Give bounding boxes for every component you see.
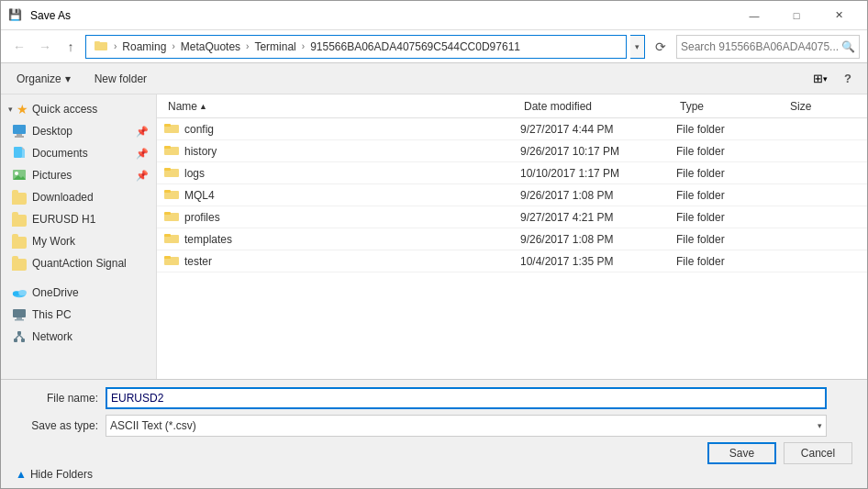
sort-arrow: ▲ [199,102,207,111]
filetype-arrow: ▾ [818,421,822,430]
organize-button[interactable]: Organize ▾ [8,67,79,91]
hide-folders-button[interactable]: ▲ Hide Folders [16,468,93,481]
up-button[interactable]: ↑ [60,36,82,58]
save-button[interactable]: Save [707,442,776,464]
maximize-button[interactable]: □ [775,1,818,30]
filename-input[interactable] [106,387,827,409]
sidebar-label-mywork: My Work [32,235,75,248]
view-icon: ⊞ [813,72,823,85]
title-bar-left: 💾 Save As [8,8,71,23]
file-name-cell: logs [164,165,520,181]
onedrive-icon [12,285,27,300]
col-name-label: Name [168,100,197,113]
path-hash[interactable]: 915566BA06ADA407569C544CC0D97611 [306,39,524,55]
svg-rect-7 [22,150,25,158]
organize-label: Organize [17,72,61,85]
bottom-area: File name: Save as type: ASCII Text (*.c… [1,379,867,488]
file-date-cell: 10/4/2017 1:35 PM [520,255,676,268]
sidebar: ▾ ★ Quick access Desktop 📌 Documents 📌 [1,94,157,379]
svg-rect-17 [14,339,17,342]
table-row[interactable]: logs 10/10/2017 1:17 PM File folder [157,162,867,184]
svg-rect-23 [164,124,171,127]
table-row[interactable]: tester 10/4/2017 1:35 PM File folder [157,250,867,272]
col-name-header[interactable]: Name ▲ [164,98,520,115]
svg-rect-29 [164,190,171,193]
refresh-button[interactable]: ⟳ [649,35,673,59]
view-arrow: ▾ [823,74,828,83]
forward-button[interactable]: → [34,36,56,58]
svg-rect-14 [13,309,26,317]
search-input[interactable] [681,40,838,53]
search-icon: 🔍 [841,40,855,53]
search-box[interactable]: 🔍 [676,35,860,59]
sidebar-item-eurusd[interactable]: EURUSD H1 [1,208,156,230]
svg-rect-35 [164,256,171,259]
network-icon [12,329,27,344]
table-row[interactable]: history 9/26/2017 10:17 PM File folder [157,140,867,162]
quick-access-header[interactable]: ▾ ★ Quick access [1,98,156,120]
file-type-cell: File folder [676,233,786,246]
table-row[interactable]: MQL4 9/26/2017 1:08 PM File folder [157,184,867,206]
eurusd-icon [12,212,27,227]
sidebar-label-downloaded: Downloaded [32,191,94,204]
sidebar-item-network[interactable]: Network [1,326,156,348]
dialog-title: Save As [30,9,71,22]
file-name-cell: MQL4 [164,187,520,203]
col-type-header[interactable]: Type [676,98,786,115]
save-as-dialog: 💾 Save As — □ ✕ ← → ↑ › Roaming › MetaQu… [0,0,868,489]
cancel-button[interactable]: Cancel [784,442,852,464]
cancel-label: Cancel [801,447,835,460]
file-type-cell: File folder [676,255,786,268]
quick-access-label: Quick access [32,103,97,116]
address-path[interactable]: › Roaming › MetaQuotes › Terminal › 9155… [85,35,627,59]
new-folder-label: New folder [95,72,147,85]
save-label: Save [729,447,754,460]
sidebar-item-mywork[interactable]: My Work [1,230,156,252]
new-folder-button[interactable]: New folder [86,67,155,91]
back-button[interactable]: ← [8,36,30,58]
sidebar-item-documents[interactable]: Documents 📌 [1,142,156,164]
sidebar-label-network: Network [32,330,72,343]
sidebar-item-thispc[interactable]: This PC [1,304,156,326]
folder-icon [164,121,179,137]
pictures-icon [12,168,27,183]
file-name: history [184,145,217,158]
sidebar-item-pictures[interactable]: Pictures 📌 [1,164,156,186]
thispc-icon [12,307,27,322]
table-row[interactable]: templates 9/26/2017 1:08 PM File folder [157,228,867,250]
file-name: tester [184,255,212,268]
file-date-cell: 9/26/2017 1:08 PM [520,189,676,202]
sidebar-item-quantaction[interactable]: QuantAction Signal [1,252,156,274]
svg-rect-15 [17,317,22,319]
view-button[interactable]: ⊞ ▾ [808,67,832,91]
downloaded-icon [12,190,27,205]
table-row[interactable]: config 9/27/2017 4:44 PM File folder [157,118,867,140]
svg-rect-18 [17,331,21,335]
svg-line-20 [16,335,19,339]
path-roaming[interactable]: Roaming [118,39,170,55]
path-terminal[interactable]: Terminal [250,39,299,55]
file-type-cell: File folder [676,167,786,180]
path-arrow-4: › [302,41,305,51]
sidebar-item-downloaded[interactable]: Downloaded [1,186,156,208]
close-button[interactable]: ✕ [818,1,860,30]
help-icon: ? [844,72,851,85]
col-size-header[interactable]: Size [786,98,860,115]
file-date-cell: 9/26/2017 1:08 PM [520,233,676,246]
svg-point-12 [13,291,19,295]
filetype-select[interactable]: ASCII Text (*.csv) ▾ [106,415,827,437]
sidebar-item-desktop[interactable]: Desktop 📌 [1,120,156,142]
help-button[interactable]: ? [836,67,860,91]
file-list: Name ▲ Date modified Type Size config [157,94,867,379]
svg-line-21 [19,335,23,339]
quantaction-icon [12,256,27,271]
col-date-header[interactable]: Date modified [520,98,676,115]
col-type-label: Type [680,100,704,113]
address-dropdown[interactable]: ▾ [630,35,645,59]
path-metaquotes[interactable]: MetaQuotes [177,39,244,55]
svg-rect-16 [15,319,24,321]
minimize-button[interactable]: — [733,1,775,30]
folder-icon [164,187,179,203]
table-row[interactable]: profiles 9/27/2017 4:21 PM File folder [157,206,867,228]
sidebar-item-onedrive[interactable]: OneDrive [1,282,156,304]
